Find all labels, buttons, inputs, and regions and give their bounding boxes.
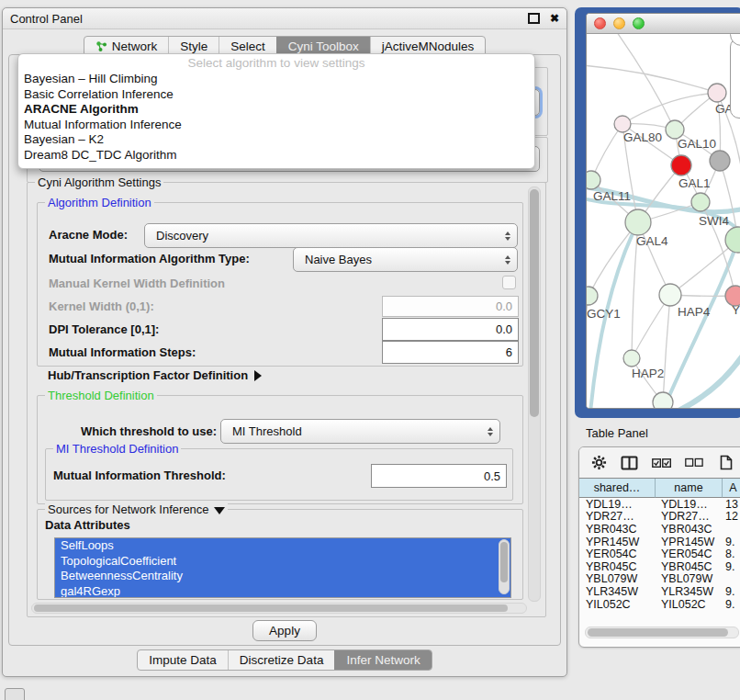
column-header-shared-name[interactable]: shared… [579,479,656,498]
sources-title-text: Sources for Network Inference [48,502,209,516]
kernel-width-value: 0.0 [496,299,512,313]
algorithm-definition-title: Algorithm Definition [45,196,154,209]
expanded-arrow-icon [214,507,225,514]
attribute-list-item[interactable]: TopologicalCoefficient [55,554,510,570]
node-label: GCY1 [587,307,621,321]
network-node[interactable] [659,284,681,306]
tab-infer-network[interactable]: Infer Network [334,650,431,670]
network-node[interactable] [623,350,640,367]
node-table: shared… name A YDL19…YDL19…13YDR27…YDR27… [579,478,740,609]
network-node[interactable] [708,84,726,102]
kernel-width-label: Kernel Width (0,1): [49,299,154,313]
table-row[interactable]: YBR043CYBR043C [579,523,740,536]
canvas-side-toolbar[interactable] [730,38,740,119]
settings-horizontal-scrollbar[interactable] [31,603,527,614]
table-row[interactable]: YBL079WYBL079W [579,573,740,586]
dropdown-item[interactable]: Dream8 DC_TDC Algorithm [18,148,534,164]
zoom-traffic-light-icon[interactable] [633,17,645,29]
node-label: GAL1 [678,176,711,190]
mi-steps-value: 6 [506,345,512,359]
network-node[interactable] [587,171,600,189]
node-label: GAL4 [636,234,668,248]
minimized-panel-button[interactable] [5,688,25,700]
mi-type-combo[interactable]: Naive Bayes [293,247,518,272]
table-rows: YDL19…YDL19…13YDR27…YDR27…12YBR043CYBR04… [579,498,740,609]
manual-kernel-checkbox[interactable] [502,276,516,289]
kernel-width-field[interactable]: 0.0 [382,296,519,317]
table-row[interactable]: YIL052CYIL052C9. [579,598,740,609]
minimize-traffic-light-icon[interactable] [613,17,625,29]
network-node[interactable] [625,209,651,235]
dropdown-item[interactable]: ARACNE Algorithm [18,102,534,118]
table-horizontal-scrollbar[interactable] [585,627,739,638]
table-header-row: shared… name A [579,479,740,498]
tab-label: Impute Data [149,653,217,667]
sources-group-title[interactable]: Sources for Network Inference [45,502,228,516]
tab-label: Cyni Toolbox [288,40,359,53]
tab-discretize-data[interactable]: Discretize Data [228,650,335,670]
threshold-definition-group: Threshold Definition Which threshold to … [37,395,523,504]
which-threshold-value: MI Threshold [232,424,302,438]
table-cell: YLR345W [579,585,655,598]
hub-definition-toggle[interactable]: Hub/Transcription Factor Definition [48,368,262,382]
document-icon[interactable] [720,455,733,470]
table-cell: YBL079W [579,572,655,585]
network-node[interactable] [653,392,673,408]
close-window-icon[interactable]: ✖ [550,13,559,24]
cyni-toolbox-content: Select algorithm to view settings Bayesi… [8,54,561,646]
network-node[interactable] [587,287,598,305]
deselect-all-icon[interactable] [685,457,703,468]
float-window-icon[interactable] [528,13,540,24]
which-threshold-label: Which threshold to use: [81,424,217,438]
table-row[interactable]: YBR045CYBR045C9. [579,560,740,573]
table-cell: 13 [721,498,740,511]
cyni-bottom-tabstrip: Impute Data Discretize Data Infer Networ… [3,649,566,671]
settings-vertical-scrollbar[interactable] [528,186,541,602]
node-label: Y [732,303,740,317]
tab-impute-data[interactable]: Impute Data [138,650,228,670]
dpi-tolerance-field[interactable]: 0.0 [382,318,519,341]
attribute-list-scrollbar[interactable] [499,539,510,594]
attribute-list-item[interactable]: SelfLoops [55,538,510,554]
dropdown-item[interactable]: Mutual Information Inference [18,118,534,133]
dropdown-item[interactable]: Bayesian – K2 [18,132,534,148]
mi-threshold-value: 0.5 [484,469,500,483]
tab-label: jActiveMNodules [382,40,475,53]
table-row[interactable]: YDR27…YDR27…12 [579,511,740,524]
split-columns-icon[interactable] [621,456,638,470]
table-cell: 9. [721,598,740,609]
aracne-mode-combo[interactable]: Discovery [144,223,518,248]
attribute-list-item[interactable]: gal4RGexp [55,584,510,599]
close-traffic-light-icon[interactable] [594,17,606,29]
control-panel-titlebar: Control Panel ✖ [3,8,566,29]
mi-threshold-field[interactable]: 0.5 [371,464,507,488]
gear-icon[interactable] [591,455,607,470]
table-row[interactable]: YLR345WYLR345W9. [579,585,740,598]
tab-label: Select [230,40,265,53]
table-row[interactable]: YER054CYER054C8. [579,548,740,560]
network-node[interactable] [710,151,730,171]
dropdown-item[interactable]: Bayesian – Hill Climbing [18,72,534,87]
collapsed-arrow-icon [254,370,262,381]
apply-button[interactable]: Apply [252,620,317,641]
which-threshold-combo[interactable]: MI Threshold [220,419,500,444]
column-header-name[interactable]: name [656,479,723,498]
table-row[interactable]: YDL19…YDL19…13 [579,498,740,511]
table-row[interactable]: YPR145WYPR145W9. [579,536,740,548]
select-all-icon[interactable] [652,457,671,469]
node-label: HAP2 [632,367,664,380]
table-cell: YBR045C [655,560,721,573]
table-cell: YPR145W [655,536,721,548]
network-canvas[interactable]: GALGAL80GAL10GAL11GAL1SWI4GAL4GCY1HAP4YH… [587,34,740,408]
dropdown-item[interactable]: Basic Correlation Inference [18,87,534,103]
aracne-mode-label: Aracne Mode: [49,228,128,242]
network-node[interactable] [691,193,710,211]
mi-steps-field[interactable]: 6 [382,341,519,364]
column-header-clipped[interactable]: A [723,479,740,498]
table-cell: YER054C [579,548,655,560]
network-node[interactable] [671,155,691,175]
table-cell: YBR045C [579,560,655,573]
mi-threshold-label: Mutual Information Threshold: [53,469,226,482]
network-node[interactable] [666,120,684,139]
attribute-list-item[interactable]: BetweennessCentrality [55,569,510,584]
